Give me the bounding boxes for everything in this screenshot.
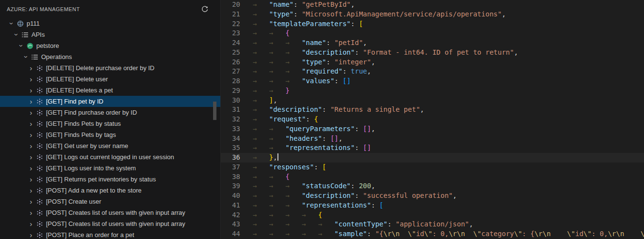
code-line-43[interactable]: 43→ → → → → "contentType": "application/… — [221, 220, 644, 229]
code-line-27[interactable]: 27→ → → "required": true, — [221, 67, 644, 76]
code-line-33[interactable]: 33→ → "queryParameters": [], — [221, 124, 644, 134]
tree-item-post-creates-list-of-users-with-given-input-array[interactable]: ›[POST] Creates list of users with given… — [0, 207, 220, 218]
tree-item-delete-deletes-a-pet[interactable]: ›[DELETE] Deletes a pet — [0, 85, 220, 96]
token: ] — [269, 96, 273, 104]
token: "integer" — [335, 58, 371, 66]
vscode-window: AZURE: API MANAGEMENT ›p111›APIs›petstor… — [0, 0, 644, 239]
tree-item-get-finds-pets-by-tags[interactable]: ›[GET] Finds Pets by tags — [0, 129, 220, 140]
tab-whitespace-icon: → — [269, 39, 286, 46]
tree-item-post-place-an-order-for-a-pet[interactable]: ›[POST] Place an order for a pet — [0, 229, 220, 239]
tree-item-label: [DELETE] Delete user — [46, 75, 108, 83]
chevron-down-icon[interactable]: › — [23, 53, 30, 61]
code-text: → "name": "getPetById", — [253, 0, 355, 10]
token: : — [326, 39, 335, 46]
chevron-right-icon[interactable]: › — [27, 176, 35, 183]
token: : — [314, 163, 322, 171]
code-line-29[interactable]: 29→ → } — [221, 86, 644, 96]
tree-item-post-creates-list-of-users-with-given-input-array[interactable]: ›[POST] Creates list of users with given… — [0, 218, 220, 229]
code-line-35[interactable]: 35→ → "representations": [] — [221, 143, 644, 153]
tree-item-operations[interactable]: ›Operations — [0, 51, 220, 62]
tab-whitespace-icon: → — [253, 163, 269, 171]
code-line-23[interactable]: 23→ → { — [221, 29, 644, 38]
token: : — [293, 10, 302, 18]
token: , — [363, 39, 367, 46]
tree-item-get-find-pet-by-id[interactable]: ›[GET] Find pet by ID — [0, 96, 220, 107]
chevron-right-icon[interactable]: › — [27, 109, 35, 116]
tree-item-p111[interactable]: ›p111 — [0, 18, 220, 29]
code-line-26[interactable]: 26→ → → "type": "integer", — [221, 58, 644, 67]
token: : — [326, 58, 335, 66]
token: , — [351, 0, 354, 8]
chevron-down-icon[interactable]: › — [13, 31, 20, 39]
refresh-icon[interactable] — [201, 5, 209, 13]
chevron-right-icon[interactable]: › — [27, 131, 35, 138]
code-line-42[interactable]: 42→ → → → { — [221, 210, 644, 220]
sidebar-scrollbar-thumb[interactable] — [213, 102, 216, 120]
tree-item-post-add-a-new-pet-to-the-store[interactable]: ›[POST] Add a new pet to the store — [0, 185, 220, 196]
token: : — [293, 0, 302, 8]
chevron-right-icon[interactable]: › — [27, 120, 35, 127]
chevron-right-icon[interactable]: › — [27, 98, 35, 105]
code-line-20[interactable]: 20→ "name": "getPetById", — [221, 0, 644, 10]
code-line-31[interactable]: 31→ "description": "Returns a single pet… — [221, 105, 644, 115]
chevron-right-icon[interactable]: › — [27, 198, 35, 205]
token: \r\n — [383, 230, 400, 238]
tab-whitespace-icon: → — [269, 134, 286, 142]
chevron-right-icon[interactable]: › — [27, 75, 35, 83]
chevron-down-icon[interactable]: › — [18, 42, 25, 50]
tree-item-apis[interactable]: ›APIs — [0, 29, 220, 40]
chevron-right-icon[interactable]: › — [27, 87, 35, 94]
chevron-down-icon[interactable]: › — [8, 20, 15, 28]
token: id — [575, 230, 583, 238]
chevron-right-icon[interactable]: › — [27, 187, 35, 194]
tree-item-post-create-user[interactable]: ›[POST] Create user — [0, 196, 220, 207]
code-line-34[interactable]: 34→ → "headers": [], — [221, 134, 644, 144]
tree-item-label: [POST] Add a new pet to the store — [46, 187, 141, 194]
code-line-30[interactable]: 30→ ], — [221, 96, 644, 105]
code-line-39[interactable]: 39→ → → "statusCode": 200, — [221, 181, 644, 191]
code-line-24[interactable]: 24→ → → "name": "petId", — [221, 38, 644, 48]
json-editor[interactable]: 20→ "name": "getPetById",21→ "type": "Mi… — [220, 0, 644, 239]
tree-item-get-logs-user-into-the-system[interactable]: ›[GET] Logs user into the system — [0, 163, 220, 174]
code-text: → → → "statusCode": 200, — [253, 181, 375, 191]
chevron-right-icon[interactable]: › — [27, 209, 35, 216]
tree-item-get-get-user-by-user-name[interactable]: ›[GET] Get user by user name — [0, 140, 220, 151]
code-line-28[interactable]: 28→ → → "values": [] — [221, 76, 644, 86]
tree-item-get-finds-pets-by-status[interactable]: ›[GET] Finds Pets by status — [0, 118, 220, 129]
tree-item-get-find-purchase-order-by-id[interactable]: ›[GET] Find purchase order by ID — [0, 107, 220, 118]
tab-whitespace-icon: → — [285, 230, 302, 238]
chevron-right-icon[interactable]: › — [27, 164, 35, 172]
chevron-right-icon[interactable]: › — [27, 231, 35, 239]
code-line-38[interactable]: 38→ → { — [221, 172, 644, 182]
tab-whitespace-icon: → — [253, 20, 269, 28]
code-line-40[interactable]: 40→ → → "description": "successful opera… — [221, 191, 644, 201]
tree-item-delete-delete-user[interactable]: ›[DELETE] Delete user — [0, 74, 220, 85]
tree-item-label: [POST] Creates list of users with given … — [46, 220, 185, 227]
code-line-21[interactable]: 21→ "type": "Microsoft.ApiManagement/ser… — [221, 10, 644, 19]
code-text: → → { — [253, 172, 290, 182]
chevron-right-icon[interactable]: › — [27, 220, 35, 227]
tree-item-delete-delete-purchase-order-by-id[interactable]: ›[DELETE] Delete purchase order by ID — [0, 62, 220, 74]
code-line-36[interactable]: 36→ }, — [221, 153, 644, 163]
token: "Format - int64. ID of pet to return" — [363, 48, 514, 56]
code-line-41[interactable]: 41→ → → "representations": [ — [221, 201, 644, 210]
tab-whitespace-icon: → — [285, 48, 302, 56]
tree-item-get-logs-out-current-logged-in-user-session[interactable]: ›[GET] Logs out current logged in user s… — [0, 151, 220, 163]
tab-whitespace-icon: → — [269, 125, 286, 133]
code-line-22[interactable]: 22→ "templateParameters": [ — [221, 19, 644, 29]
code-line-37[interactable]: 37→ "responses": [ — [221, 163, 644, 172]
tree-item-get-returns-pet-inventories-by-status[interactable]: ›[GET] Returns pet inventories by status — [0, 174, 220, 185]
chevron-right-icon[interactable]: › — [27, 153, 35, 161]
code-line-25[interactable]: 25→ → → "description": "Format - int64. … — [221, 48, 644, 58]
tree-item-petstore[interactable]: ›petstore — [0, 40, 220, 51]
code-line-32[interactable]: 32→ "request": { — [221, 115, 644, 124]
code-text: → "request": { — [253, 115, 318, 124]
operation-icon — [35, 164, 44, 172]
token: : — [335, 77, 343, 85]
token: { — [285, 29, 289, 37]
chevron-right-icon[interactable]: › — [27, 64, 35, 72]
tab-whitespace-icon: → — [302, 220, 318, 228]
code-line-44[interactable]: 44→ → → → → "sample": "{\r\n \"id\": 0,\… — [221, 229, 644, 239]
code-text: → → → "description": "Format - int64. ID… — [253, 48, 518, 58]
chevron-right-icon[interactable]: › — [27, 142, 35, 149]
